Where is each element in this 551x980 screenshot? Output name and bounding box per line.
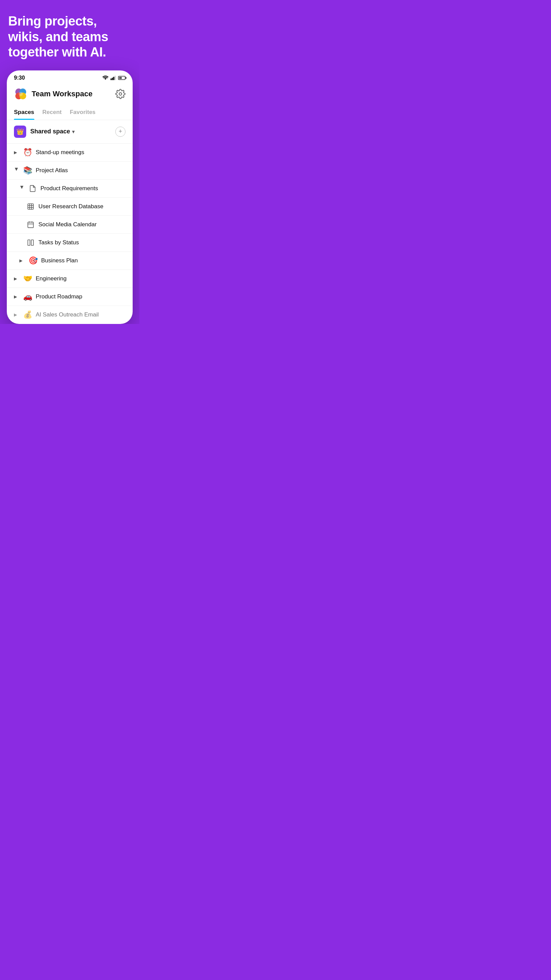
status-bar: 9:30: [7, 71, 132, 84]
tree-item-social-media-calendar[interactable]: Social Media Calendar: [7, 216, 132, 234]
signal-icon: [111, 76, 116, 80]
svg-rect-3: [114, 76, 116, 80]
arrow-icon: ▶: [14, 168, 19, 173]
add-space-button[interactable]: +: [115, 127, 125, 137]
tree-item-standup[interactable]: ▶ ⏰ Stand-up meetings: [7, 143, 132, 162]
svg-rect-19: [28, 240, 30, 246]
tree-item-product-requirements[interactable]: ▶ Product Requirements: [7, 180, 132, 198]
app-header: Team Workspace: [7, 84, 132, 105]
battery-icon: [118, 76, 125, 80]
product-requirements-label: Product Requirements: [40, 185, 98, 192]
arrow-icon: ▶: [20, 186, 24, 191]
product-roadmap-emoji: 🚗: [23, 292, 32, 301]
standup-emoji: ⏰: [23, 148, 32, 157]
svg-rect-0: [111, 78, 111, 80]
tree-item-business-plan[interactable]: ▶ 🎯 Business Plan: [7, 252, 132, 270]
space-emoji: 👑: [16, 128, 24, 135]
svg-rect-2: [113, 77, 114, 80]
app-logo: [14, 87, 27, 101]
project-atlas-label: Project Atlas: [36, 167, 68, 174]
tree-item-engineering[interactable]: ▶ 🤝 Engineering: [7, 270, 132, 288]
space-header-left[interactable]: 👑 Shared space ▾: [14, 126, 75, 138]
status-time: 9:30: [14, 75, 25, 81]
tree-item-ai-sales[interactable]: ▶ 💰 AI Sales Outreach Email: [7, 306, 132, 324]
tree-item-tasks-by-status[interactable]: Tasks by Status: [7, 234, 132, 252]
engineering-label: Engineering: [36, 275, 67, 282]
business-plan-label: Business Plan: [41, 257, 78, 264]
app-title: Team Workspace: [32, 89, 92, 98]
arrow-icon: ▶: [19, 258, 25, 263]
doc-icon: [28, 184, 37, 193]
project-atlas-emoji: 📚: [23, 166, 32, 175]
standup-label: Stand-up meetings: [36, 149, 84, 156]
business-plan-emoji: 🎯: [28, 256, 38, 265]
calendar-icon: [26, 220, 35, 229]
space-name[interactable]: Shared space ▾: [30, 128, 75, 135]
arrow-icon: ▶: [14, 276, 19, 281]
tree-item-user-research-db[interactable]: User Research Database: [7, 198, 132, 216]
user-research-db-label: User Research Database: [38, 203, 103, 210]
svg-rect-20: [31, 240, 33, 246]
arrow-icon: ▶: [14, 294, 19, 299]
phone-frame: 9:30: [7, 70, 133, 324]
table-icon: [26, 202, 35, 211]
social-media-calendar-label: Social Media Calendar: [38, 221, 97, 228]
tab-recent[interactable]: Recent: [43, 105, 62, 120]
ai-sales-emoji: 💰: [23, 310, 32, 319]
space-header: 👑 Shared space ▾ +: [7, 120, 132, 143]
svg-point-9: [119, 92, 122, 95]
svg-rect-1: [112, 78, 113, 80]
board-icon: [26, 238, 35, 247]
chevron-down-icon: ▾: [72, 129, 75, 134]
tab-spaces[interactable]: Spaces: [14, 105, 34, 120]
arrow-icon: ▶: [14, 312, 19, 317]
content-area: 👑 Shared space ▾ + ▶ ⏰ Stand-up meetings…: [7, 120, 132, 324]
tree-list: ▶ ⏰ Stand-up meetings ▶ 📚 Project Atlas …: [7, 143, 132, 324]
product-roadmap-label: Product Roadmap: [36, 293, 82, 300]
arrow-icon: ▶: [14, 150, 19, 155]
engineering-emoji: 🤝: [23, 274, 32, 283]
tree-item-project-atlas[interactable]: ▶ 📚 Project Atlas: [7, 162, 132, 180]
tree-item-product-roadmap[interactable]: ▶ 🚗 Product Roadmap: [7, 288, 132, 306]
tabs-bar: Spaces Recent Favorites: [7, 105, 132, 120]
svg-rect-15: [28, 222, 34, 228]
tab-favorites[interactable]: Favorites: [70, 105, 95, 120]
hero-title: Bring projects, wikis, and teams togethe…: [8, 14, 131, 60]
wifi-icon: [102, 76, 108, 80]
space-icon: 👑: [14, 126, 26, 138]
settings-icon[interactable]: [115, 89, 125, 99]
tasks-by-status-label: Tasks by Status: [38, 239, 79, 246]
svg-rect-10: [28, 204, 34, 210]
ai-sales-label: AI Sales Outreach Email: [36, 311, 98, 318]
hero-section: Bring projects, wikis, and teams togethe…: [0, 0, 140, 70]
app-header-left: Team Workspace: [14, 87, 92, 101]
status-icons: [102, 76, 125, 80]
svg-point-8: [19, 92, 23, 96]
